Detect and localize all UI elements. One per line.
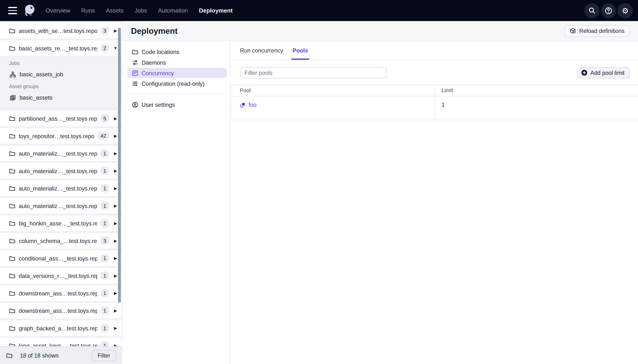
repo-row[interactable]: big_honkin_asse…_test.toys.rep 1 ▶ <box>0 215 122 232</box>
nav-item-label: Code locations <box>142 48 179 55</box>
repo-name: downstream_ass…test.toys.rep <box>19 290 97 296</box>
repo-count-badge: 1 <box>100 272 109 280</box>
chevron-right-icon[interactable]: ▶ <box>113 116 118 120</box>
pool-icon <box>240 102 246 108</box>
deployment-nav-concurrency[interactable]: Concurrency <box>127 68 227 78</box>
repo-count-badge: 1 <box>100 341 109 346</box>
chevron-right-icon[interactable]: ▶ <box>113 204 118 208</box>
nav-link-jobs[interactable]: Jobs <box>134 8 147 14</box>
repo-count-badge: 1 <box>100 289 109 297</box>
repo-name: downstream_ass…test.toys.rep <box>19 308 97 314</box>
repo-row[interactable]: conditional_ass…_test.toys.repo 1 ▶ <box>0 250 122 266</box>
column-header-pool: Pool <box>231 85 435 96</box>
asset-group-item[interactable]: basic_assets <box>0 92 122 103</box>
deployment-nav-configuration[interactable]: Configuration (read-only) <box>127 78 227 88</box>
chevron-right-icon[interactable]: ▶ <box>113 186 118 190</box>
settings-button[interactable]: ⚙ <box>618 3 633 18</box>
chevron-right-icon[interactable]: ▶ <box>113 256 118 260</box>
repo-name: big_honkin_asse…_test.toys.rep <box>19 220 97 226</box>
nav-item-label: Concurrency <box>142 70 174 76</box>
user-icon <box>132 102 138 108</box>
asset-group-name: basic_assets <box>20 94 53 101</box>
repo-row[interactable]: toys_repositor…test.toys.repo 42 ▶ <box>0 128 122 144</box>
dagster-logo-icon[interactable] <box>23 4 37 18</box>
folder-icon <box>9 272 15 279</box>
sidebar-filter-button[interactable]: Filter <box>91 350 116 361</box>
add-pool-limit-label: Add pool limit <box>590 70 625 76</box>
chevron-right-icon[interactable]: ▶ <box>113 274 118 278</box>
repo-name: column_schema_…test.toys.rep <box>19 238 97 244</box>
pool-link[interactable]: foo <box>240 102 257 108</box>
chevron-right-icon[interactable]: ▶ <box>113 308 118 313</box>
tab-pools[interactable]: Pools <box>293 41 308 60</box>
hamburger-menu-icon[interactable] <box>8 7 17 14</box>
repo-name: assets_with_se…test.toys.repo <box>19 27 97 34</box>
folder-icon <box>9 308 15 314</box>
repo-row[interactable]: basic_assets_re…_test.toys.rep 2 ▼ <box>0 40 122 56</box>
chevron-right-icon[interactable]: ▶ <box>113 169 118 173</box>
folder-icon <box>9 150 15 157</box>
repo-row[interactable]: assets_with_se…test.toys.repo 3 ▶ <box>0 22 122 39</box>
repo-name: graph_backed_a…test.toys.repo <box>19 325 97 331</box>
chevron-right-icon[interactable]: ▶ <box>113 151 118 156</box>
nav-link-overview[interactable]: Overview <box>46 8 70 14</box>
chevron-right-icon[interactable]: ▶ <box>113 326 118 330</box>
chevron-right-icon[interactable]: ▶ <box>113 344 118 346</box>
repo-row[interactable]: auto_materializ…_test.toys.repo 1 ▶ <box>0 180 122 196</box>
repo-count-badge: 1 <box>100 149 109 158</box>
folder-icon <box>9 342 15 346</box>
sliders-icon <box>132 80 138 87</box>
help-button[interactable] <box>601 3 616 18</box>
nav-item-label: Configuration (read-only) <box>142 80 205 87</box>
top-navbar: Overview Runs Assets Jobs Automation Dep… <box>0 0 638 21</box>
gear-icon: ⚙ <box>622 7 628 14</box>
folder-icon <box>9 220 15 226</box>
sidebar-scrollbar[interactable] <box>118 28 121 303</box>
job-item[interactable]: basic_assets_job <box>0 69 122 80</box>
asset-groups-section-label: Asset groups <box>0 80 122 92</box>
help-icon <box>605 7 612 14</box>
repo-sidebar: assets_with_se…test.toys.repo 3 ▶ basic_… <box>0 21 122 364</box>
deployment-nav-user-settings[interactable]: User settings <box>127 100 227 110</box>
filter-pools-input[interactable] <box>240 67 386 78</box>
nav-link-runs[interactable]: Runs <box>81 8 95 14</box>
navbar-actions: ⚙ <box>584 3 633 18</box>
chevron-right-icon[interactable]: ▶ <box>113 29 118 33</box>
search-button[interactable] <box>584 3 599 18</box>
repo-row[interactable]: downstream_ass…test.toys.rep 1 ▶ <box>0 285 122 301</box>
repo-row[interactable]: data_versions_r…_test.toys.rep 1 ▶ <box>0 267 122 284</box>
repo-name: auto_materializ…_test.toys.repo <box>19 168 97 174</box>
repo-row[interactable]: partitioned_ass…_test.toys.rep 5 ▶ <box>0 110 122 127</box>
repo-row[interactable]: column_schema_…test.toys.rep 3 ▶ <box>0 232 122 249</box>
repo-row[interactable]: long_asset_keys…_test.toys.re 1 ▶ <box>0 337 122 346</box>
tab-run-concurrency[interactable]: Run concurrency <box>240 41 283 60</box>
nav-link-deployment[interactable]: Deployment <box>199 8 233 14</box>
deployment-nav-code-locations[interactable]: Code locations <box>127 47 227 57</box>
nav-link-assets[interactable]: Assets <box>106 8 124 14</box>
reload-definitions-button[interactable]: Reload definitions <box>564 25 630 37</box>
repo-row[interactable]: auto_materializ…_test.toys.repo 1 ▶ <box>0 162 122 179</box>
folder-icon <box>9 168 15 174</box>
chevron-down-icon[interactable]: ▼ <box>113 46 118 50</box>
repo-count-badge: 42 <box>98 132 109 140</box>
repo-name: basic_assets_re…_test.toys.rep <box>19 45 97 51</box>
repo-row[interactable]: graph_backed_a…test.toys.repo 1 ▶ <box>0 320 122 336</box>
chevron-right-icon[interactable]: ▶ <box>113 239 118 243</box>
repo-row[interactable]: auto_materializ…_test.toys.repo 1 ▶ <box>0 198 122 214</box>
repo-name: toys_repositor…test.toys.repo <box>19 133 94 139</box>
chevron-right-icon[interactable]: ▶ <box>113 134 118 138</box>
nav-link-automation[interactable]: Automation <box>158 8 188 14</box>
primary-nav: Overview Runs Assets Jobs Automation Dep… <box>46 8 233 14</box>
folder-icon <box>9 238 15 244</box>
repo-row[interactable]: downstream_ass…test.toys.rep 1 ▶ <box>0 302 122 319</box>
reload-definitions-label: Reload definitions <box>579 28 625 34</box>
repo-row[interactable]: auto_materializ…_test.toys.repo 1 ▶ <box>0 145 122 162</box>
deployment-nav-daemons[interactable]: Daemons <box>127 57 227 68</box>
repo-name: auto_materializ…_test.toys.repo <box>19 185 97 192</box>
add-pool-limit-button[interactable]: Add pool limit <box>577 67 630 78</box>
job-icon <box>10 71 16 78</box>
main-area: Deployment Reload definitions <box>122 21 638 364</box>
repo-count-badge: 3 <box>100 236 109 245</box>
chevron-right-icon[interactable]: ▶ <box>113 291 118 295</box>
chevron-right-icon[interactable]: ▶ <box>113 221 118 225</box>
